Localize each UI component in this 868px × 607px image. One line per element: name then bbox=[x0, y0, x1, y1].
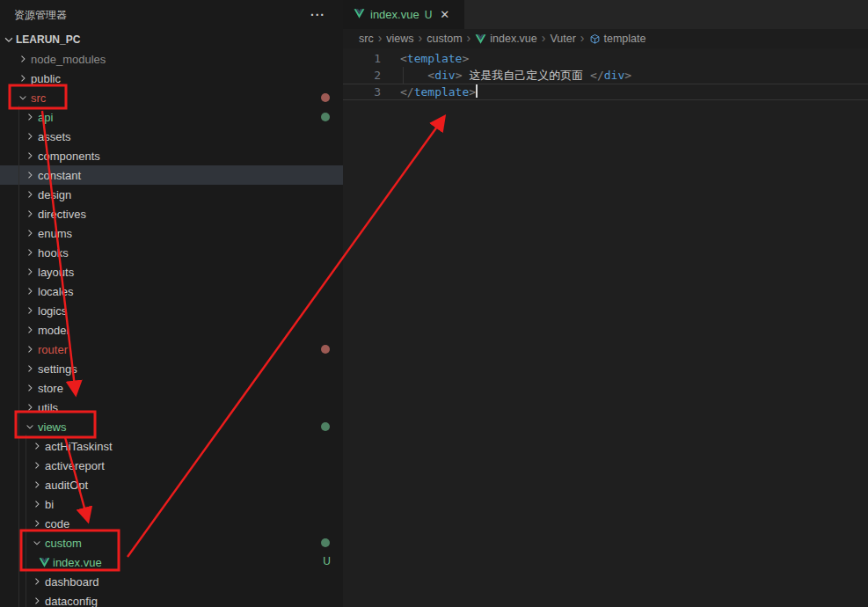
tree-item-dashboard[interactable]: dashboard bbox=[0, 572, 343, 591]
vue-logo-icon bbox=[475, 33, 486, 45]
tree-item-activereport[interactable]: activereport bbox=[0, 456, 343, 475]
explorer-header: 资源管理器 ··· bbox=[0, 0, 343, 30]
tree-item-directives[interactable]: directives bbox=[0, 204, 343, 223]
tree-item-api[interactable]: api bbox=[0, 107, 343, 127]
tab-index-vue[interactable]: index.vue U ✕ bbox=[343, 0, 464, 29]
code-text: <template> bbox=[400, 50, 469, 67]
tree-item-custom[interactable]: custom bbox=[0, 533, 343, 552]
tab-label: index.vue bbox=[370, 8, 419, 21]
tree-item-node_modules[interactable]: node_modules bbox=[0, 49, 343, 69]
tree-item-label: auditOpt bbox=[45, 479, 88, 492]
chevron-right-icon bbox=[24, 228, 36, 238]
tree-item-label: src bbox=[31, 91, 46, 105]
breadcrumb-label: src bbox=[359, 33, 374, 45]
tree-item-components[interactable]: components bbox=[0, 146, 343, 165]
git-status-badge: U bbox=[323, 555, 331, 567]
tree-item-label: logics bbox=[38, 304, 67, 318]
tree-item-router[interactable]: router bbox=[0, 340, 343, 359]
more-actions-icon[interactable]: ··· bbox=[307, 8, 329, 22]
tab-git-status-badge: U bbox=[425, 9, 433, 21]
code-line-1: 1<template> bbox=[343, 50, 868, 67]
tree-item-settings[interactable]: settings bbox=[0, 359, 343, 378]
tree-item-assets[interactable]: assets bbox=[0, 127, 343, 146]
code-text: <div> 这是我自己定义的页面 </div> bbox=[400, 67, 631, 84]
tree-item-label: directives bbox=[38, 208, 86, 221]
breadcrumb-item-views[interactable]: views bbox=[386, 33, 413, 45]
chevron-right-icon bbox=[17, 73, 29, 84]
breadcrumb-item-src[interactable]: src bbox=[359, 33, 374, 45]
line-number: 2 bbox=[343, 67, 381, 84]
chevron-right-icon bbox=[31, 518, 43, 529]
tree-item-label: layouts bbox=[38, 266, 74, 279]
tab-bar: index.vue U ✕ bbox=[343, 0, 868, 29]
chevron-right-icon bbox=[24, 208, 36, 219]
chevron-separator-icon: › bbox=[580, 32, 585, 46]
chevron-separator-icon: › bbox=[467, 32, 471, 46]
code-text: </template> bbox=[400, 84, 478, 100]
chevron-right-icon bbox=[31, 499, 43, 509]
text-cursor bbox=[476, 84, 478, 98]
chevron-right-icon bbox=[31, 576, 43, 587]
close-icon[interactable]: ✕ bbox=[440, 8, 449, 21]
tree-item-design[interactable]: design bbox=[0, 185, 343, 204]
indent-guide bbox=[403, 67, 404, 84]
tree-item-layouts[interactable]: layouts bbox=[0, 262, 343, 282]
tree-item-label: constant bbox=[38, 169, 81, 182]
tree-item-label: views bbox=[38, 421, 67, 434]
tree-item-label: locales bbox=[38, 285, 73, 298]
git-decoration-dot-badge bbox=[321, 93, 330, 102]
tree-item-src[interactable]: src bbox=[0, 88, 343, 107]
tree-item-constant[interactable]: constant bbox=[0, 165, 343, 185]
breadcrumb-item-custom[interactable]: custom bbox=[427, 33, 462, 45]
code-line-2: 2 <div> 这是我自己定义的页面 </div> bbox=[343, 67, 868, 84]
tree-item-views[interactable]: views bbox=[0, 417, 343, 436]
tree-item-public[interactable]: public bbox=[0, 69, 343, 88]
tree-item-store[interactable]: store bbox=[0, 378, 343, 398]
chevron-right-icon bbox=[24, 189, 36, 200]
chevron-right-icon bbox=[31, 479, 43, 490]
tree-item-actHiTaskinst[interactable]: actHiTaskinst bbox=[0, 436, 343, 456]
tree-item-bi[interactable]: bi bbox=[0, 494, 343, 514]
tree-item-auditOpt[interactable]: auditOpt bbox=[0, 475, 343, 494]
code-editor[interactable]: 1<template>2 <div> 这是我自己定义的页面 </div>3</t… bbox=[343, 48, 868, 100]
chevron-right-icon bbox=[31, 441, 43, 451]
tree-item-label: hooks bbox=[38, 246, 69, 260]
chevron-down-icon bbox=[24, 421, 36, 432]
indent-guide bbox=[18, 106, 19, 607]
breadcrumb-label: Vuter bbox=[550, 33, 575, 45]
vue-logo-icon bbox=[354, 7, 365, 23]
tree-item-enums[interactable]: enums bbox=[0, 223, 343, 243]
chevron-right-icon bbox=[24, 170, 36, 180]
editor-group: index.vue U ✕ src›views›custom›index.vue… bbox=[343, 0, 868, 607]
chevron-right-icon bbox=[24, 131, 36, 142]
breadcrumb-label: template bbox=[604, 33, 646, 45]
tree-item-label: dataconfig bbox=[45, 595, 98, 607]
tree-item-dataconfig[interactable]: dataconfig bbox=[0, 591, 343, 607]
tree-item-locales[interactable]: locales bbox=[0, 282, 343, 301]
line-number: 1 bbox=[343, 50, 381, 67]
code-line-3: 3</template> bbox=[343, 84, 868, 100]
tree-item-utils[interactable]: utils bbox=[0, 398, 343, 417]
breadcrumb-item-template[interactable]: template bbox=[589, 33, 646, 45]
breadcrumb-label: custom bbox=[427, 33, 462, 45]
chevron-down-icon bbox=[2, 33, 16, 46]
git-decoration-dot-badge bbox=[321, 113, 330, 121]
tree-item-label: activereport bbox=[45, 459, 105, 472]
tree-item-label: store bbox=[38, 382, 63, 395]
chevron-right-icon bbox=[24, 305, 36, 316]
chevron-down-icon bbox=[17, 92, 29, 103]
line-number: 3 bbox=[343, 84, 381, 100]
tree-item-label: settings bbox=[38, 362, 77, 376]
tree-item-label: code bbox=[45, 517, 69, 530]
tree-item-label: components bbox=[38, 150, 100, 163]
tree-root-learun-pc[interactable]: LEARUN_PC bbox=[0, 30, 343, 49]
tree-item-code[interactable]: code bbox=[0, 514, 343, 533]
tree-item-model[interactable]: model bbox=[0, 320, 343, 340]
tree-item-label: api bbox=[38, 111, 53, 124]
tree-item-hooks[interactable]: hooks bbox=[0, 243, 343, 262]
tree-item-logics[interactable]: logics bbox=[0, 301, 343, 320]
file-tree: node_modulespublicsrcapiassetscomponents… bbox=[0, 49, 343, 607]
breadcrumb-item-index.vue[interactable]: index.vue bbox=[475, 33, 537, 45]
tree-item-index.vue[interactable]: index.vueU bbox=[0, 552, 343, 572]
breadcrumb-item-Vuter[interactable]: Vuter bbox=[550, 33, 575, 45]
